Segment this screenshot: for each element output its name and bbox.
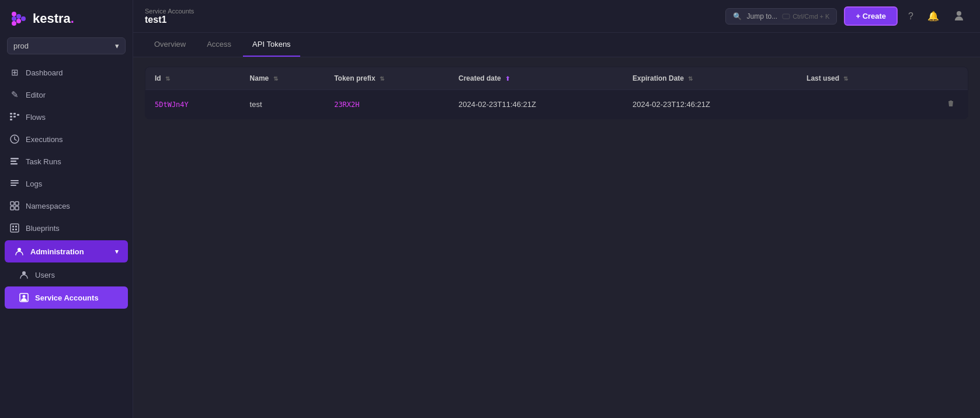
sidebar-item-blueprints[interactable]: Blueprints bbox=[0, 217, 133, 239]
top-header: Service Accounts test1 🔍 Jump to... Ctrl… bbox=[133, 0, 980, 33]
tab-api-tokens[interactable]: API Tokens bbox=[243, 33, 300, 57]
sidebar: kestra. prod ▾ ⊞ Dashboard ✎ Editor Flow… bbox=[0, 0, 133, 418]
svg-point-0 bbox=[12, 12, 16, 16]
sidebar-item-editor[interactable]: ✎ Editor bbox=[0, 84, 133, 106]
svg-rect-7 bbox=[10, 116, 12, 118]
svg-rect-21 bbox=[11, 206, 14, 210]
chevron-down-icon: ▾ bbox=[115, 42, 119, 50]
svg-rect-11 bbox=[17, 114, 19, 116]
svg-point-4 bbox=[16, 19, 21, 23]
notifications-button[interactable]: 🔔 bbox=[924, 8, 943, 24]
svg-rect-26 bbox=[12, 229, 14, 230]
col-header-actions bbox=[906, 67, 968, 90]
token-id-link[interactable]: 5DtWJn4Y bbox=[155, 101, 189, 109]
sidebar-item-label: Editor bbox=[26, 91, 46, 99]
col-header-expiration-date[interactable]: Expiration Date ⇅ bbox=[623, 67, 797, 90]
svg-rect-17 bbox=[11, 182, 19, 184]
col-header-created-date[interactable]: Created date ⬆ bbox=[449, 67, 623, 90]
top-actions: 🔍 Jump to... Ctrl/Cmd + K + Create ? 🔔 bbox=[725, 6, 968, 26]
col-header-token-prefix[interactable]: Token prefix ⇅ bbox=[325, 67, 449, 90]
kestra-logo-icon bbox=[9, 9, 28, 28]
col-header-id[interactable]: Id ⇅ bbox=[145, 67, 241, 90]
namespaces-icon bbox=[9, 201, 20, 211]
executions-icon bbox=[9, 134, 20, 144]
sidebar-item-task-runs[interactable]: Task Runs bbox=[0, 150, 133, 172]
svg-point-2 bbox=[12, 21, 16, 26]
svg-rect-24 bbox=[12, 226, 14, 227]
delete-token-button[interactable] bbox=[943, 97, 958, 112]
tab-access[interactable]: Access bbox=[197, 33, 241, 57]
logo-text: kestra. bbox=[33, 11, 74, 26]
main-content: Service Accounts test1 🔍 Jump to... Ctrl… bbox=[133, 0, 980, 418]
cell-name: test bbox=[241, 90, 325, 119]
sidebar-item-service-accounts[interactable]: Service Accounts bbox=[5, 286, 128, 309]
col-header-last-used[interactable]: Last used ⇅ bbox=[797, 67, 906, 90]
chevron-down-icon: ▾ bbox=[115, 248, 119, 255]
svg-rect-14 bbox=[11, 161, 16, 163]
help-button[interactable]: ? bbox=[905, 9, 917, 24]
user-avatar-button[interactable] bbox=[950, 7, 968, 26]
jump-to-label: Jump to... bbox=[746, 12, 777, 20]
token-prefix-value: 23RX2H bbox=[334, 101, 359, 109]
svg-rect-18 bbox=[11, 185, 16, 186]
sidebar-item-dashboard[interactable]: ⊞ Dashboard bbox=[0, 61, 133, 84]
nav-items: ⊞ Dashboard ✎ Editor Flows Executions Ta… bbox=[0, 59, 133, 418]
cell-last-used bbox=[797, 90, 906, 119]
svg-rect-8 bbox=[10, 119, 12, 120]
users-icon bbox=[19, 270, 29, 280]
tabs-bar: Overview Access API Tokens bbox=[133, 33, 980, 57]
task-runs-icon bbox=[9, 156, 20, 167]
env-selector[interactable]: prod ▾ bbox=[7, 37, 126, 54]
cell-token-prefix: 23RX2H bbox=[325, 90, 449, 119]
sidebar-item-label: Logs bbox=[26, 179, 42, 188]
sidebar-item-label: Administration bbox=[30, 247, 84, 256]
sidebar-item-executions[interactable]: Executions bbox=[0, 128, 133, 150]
logo-area: kestra. bbox=[0, 0, 133, 35]
svg-point-28 bbox=[18, 248, 21, 251]
logs-icon bbox=[9, 178, 20, 189]
breadcrumb: Service Accounts bbox=[145, 8, 194, 15]
administration-icon bbox=[14, 246, 25, 257]
svg-rect-9 bbox=[13, 113, 16, 115]
sidebar-item-label: Namespaces bbox=[26, 202, 70, 210]
keyboard-shortcut: Ctrl/Cmd + K bbox=[782, 12, 829, 20]
table-header-row: Id ⇅ Name ⇅ Token prefix ⇅ Created dat bbox=[145, 67, 968, 90]
sidebar-item-flows[interactable]: Flows bbox=[0, 106, 133, 128]
sidebar-item-label: Blueprints bbox=[26, 224, 60, 233]
sidebar-item-label: Executions bbox=[26, 135, 63, 144]
svg-rect-6 bbox=[10, 113, 12, 115]
sidebar-item-label: Task Runs bbox=[26, 157, 61, 166]
create-button[interactable]: + Create bbox=[844, 6, 898, 26]
sidebar-item-label: Users bbox=[35, 271, 55, 279]
content-area: Id ⇅ Name ⇅ Token prefix ⇅ Created dat bbox=[133, 57, 980, 418]
sidebar-item-namespaces[interactable]: Namespaces bbox=[0, 195, 133, 217]
sort-icon-expiration-date: ⇅ bbox=[688, 75, 693, 82]
svg-rect-16 bbox=[11, 180, 19, 181]
svg-point-1 bbox=[12, 16, 16, 21]
tab-overview[interactable]: Overview bbox=[145, 33, 195, 57]
col-header-name[interactable]: Name ⇅ bbox=[241, 67, 325, 90]
sort-icon-name: ⇅ bbox=[273, 75, 278, 82]
dashboard-icon: ⊞ bbox=[9, 67, 20, 78]
svg-rect-27 bbox=[15, 229, 17, 230]
sidebar-item-administration[interactable]: Administration ▾ bbox=[5, 240, 128, 262]
api-tokens-table-container: Id ⇅ Name ⇅ Token prefix ⇅ Created dat bbox=[145, 67, 968, 119]
svg-rect-23 bbox=[11, 224, 19, 232]
svg-point-31 bbox=[23, 295, 26, 298]
sort-icon-last-used: ⇅ bbox=[843, 75, 848, 82]
svg-rect-25 bbox=[15, 226, 17, 227]
sidebar-item-users[interactable]: Users bbox=[5, 264, 128, 286]
search-icon: 🔍 bbox=[733, 12, 742, 20]
svg-point-3 bbox=[16, 14, 21, 19]
cell-actions bbox=[906, 90, 968, 119]
env-label: prod bbox=[13, 42, 29, 50]
page-title: test1 bbox=[145, 15, 194, 25]
api-tokens-table: Id ⇅ Name ⇅ Token prefix ⇅ Created dat bbox=[145, 67, 968, 119]
jump-to-button[interactable]: 🔍 Jump to... Ctrl/Cmd + K bbox=[725, 8, 837, 25]
cell-id: 5DtWJn4Y bbox=[145, 90, 241, 119]
table-row: 5DtWJn4Y test 23RX2H 2024-02-23T11:46:21… bbox=[145, 90, 968, 119]
sidebar-item-logs[interactable]: Logs bbox=[0, 172, 133, 195]
svg-rect-15 bbox=[11, 163, 18, 165]
svg-point-5 bbox=[21, 16, 26, 21]
svg-rect-20 bbox=[15, 202, 19, 205]
